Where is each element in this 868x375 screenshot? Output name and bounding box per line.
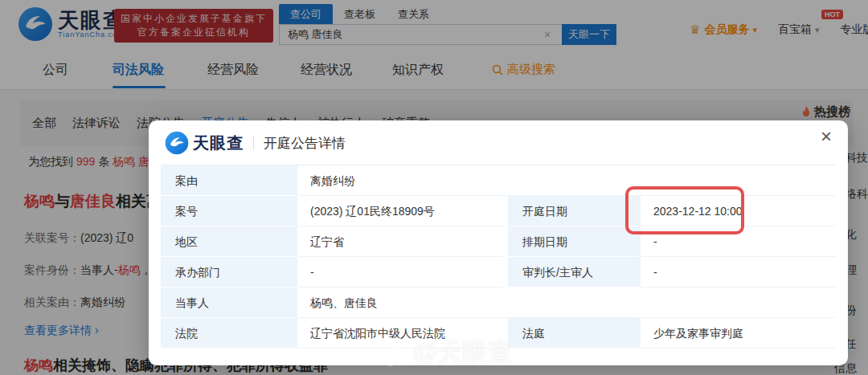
region-label: 地区 [161, 226, 297, 257]
case-number-value: (2023) 辽01民终18909号 [297, 196, 503, 226]
courtroom-label: 法庭 [503, 318, 641, 349]
watermark-text: @天眼查 [413, 336, 512, 369]
close-icon[interactable]: × [821, 127, 832, 146]
court-label: 法院 [161, 318, 297, 349]
tianyancha-eye-icon [165, 131, 189, 155]
divider [253, 136, 254, 150]
modal-title: 开庭公告详情 [264, 134, 346, 153]
cause-value: 离婚纠纷 [297, 165, 836, 196]
department-value: - [297, 257, 503, 287]
parties-label: 当事人 [161, 287, 297, 318]
modal-brand-name: 天眼查 [193, 132, 244, 154]
watermark-eye-icon [376, 338, 410, 367]
parties-value: 杨鸣、唐佳良 [297, 287, 836, 318]
judge-value: - [641, 257, 836, 287]
schedule-date-label: 排期日期 [503, 226, 641, 257]
department-label: 承办部门 [161, 257, 297, 287]
hearing-date-highlight-box [625, 186, 744, 234]
modal-header: 天眼查 开庭公告详情 [165, 131, 346, 155]
hearing-date-label: 开庭日期 [503, 196, 641, 226]
hearing-detail-modal: 天眼查 开庭公告详情 × 案由 离婚纠纷 案号 (2023) 辽01民终1890… [149, 120, 848, 365]
courtroom-value: 少年及家事审判庭 [641, 318, 836, 349]
case-number-label: 案号 [161, 196, 297, 226]
region-value: 辽宁省 [297, 226, 503, 257]
page: 天眼查 TianYanCha.com 国家中小企业发展子基金旗下 官方备案企业征… [0, 0, 868, 375]
judge-label: 审判长/主审人 [503, 257, 641, 287]
watermark: @天眼查 [376, 336, 512, 369]
cause-label: 案由 [161, 165, 297, 196]
